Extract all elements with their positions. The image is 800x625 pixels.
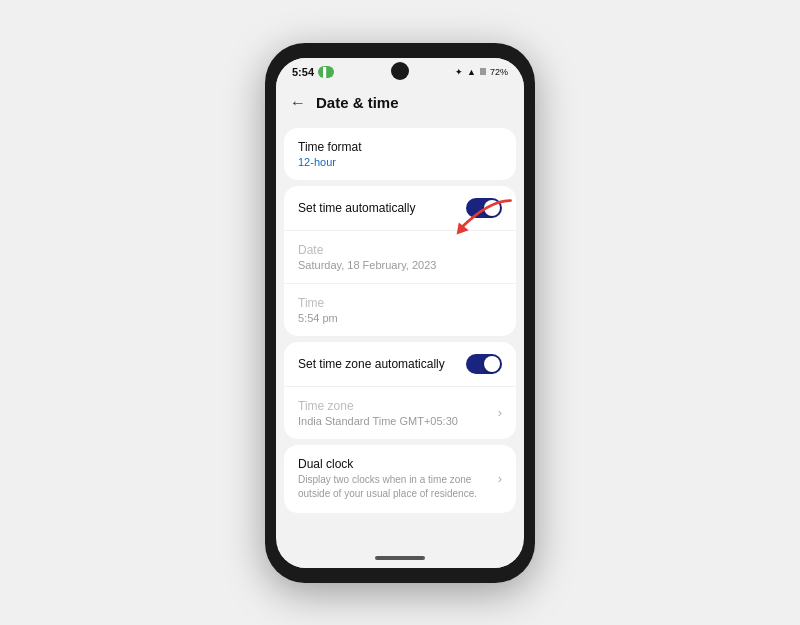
page-header: ← Date & time	[276, 86, 524, 122]
nav-bar	[276, 548, 524, 568]
dual-clock-row[interactable]: Dual clock Display two clocks when in a …	[284, 445, 516, 513]
time-format-label: Time format	[298, 140, 502, 154]
timezone-toggle-thumb	[484, 356, 500, 372]
settings-content: Time format 12-hour Set time automatical…	[276, 122, 524, 548]
set-time-auto-text: Set time automatically	[298, 201, 466, 215]
date-label: Date	[298, 243, 502, 257]
time-value: 5:54 pm	[298, 312, 502, 324]
timezone-value: India Standard Time GMT+05:30	[298, 415, 494, 427]
timezone-text: Time zone India Standard Time GMT+05:30	[298, 399, 494, 427]
card-dual-clock: Dual clock Display two clocks when in a …	[284, 445, 516, 513]
time-format-text: Time format 12-hour	[298, 140, 502, 168]
back-button[interactable]: ←	[290, 94, 306, 112]
status-bar: 5:54 ▌ ✦ ▲ lll 72%	[276, 58, 524, 86]
dual-clock-chevron-icon: ›	[498, 471, 502, 486]
phone-frame: 5:54 ▌ ✦ ▲ lll 72% ← Date & time	[265, 43, 535, 583]
set-timezone-auto-toggle[interactable]	[466, 354, 502, 374]
signal-icon: lll	[480, 67, 486, 77]
camera-cutout	[391, 62, 409, 80]
time-row: Time 5:54 pm	[284, 284, 516, 336]
page-title: Date & time	[316, 94, 399, 111]
time-text: Time 5:54 pm	[298, 296, 502, 324]
card-timezone: Set time zone automatically Time zone In…	[284, 342, 516, 439]
set-time-auto-label: Set time automatically	[298, 201, 466, 215]
battery-pill: ▌	[318, 66, 334, 78]
timezone-chevron-icon: ›	[498, 405, 502, 420]
set-timezone-auto-row[interactable]: Set time zone automatically	[284, 342, 516, 387]
dual-clock-desc: Display two clocks when in a time zone o…	[298, 473, 494, 501]
time-format-value: 12-hour	[298, 156, 502, 168]
timezone-row[interactable]: Time zone India Standard Time GMT+05:30 …	[284, 387, 516, 439]
set-time-auto-row[interactable]: Set time automatically	[284, 186, 516, 231]
date-text: Date Saturday, 18 February, 2023	[298, 243, 502, 271]
phone-screen: 5:54 ▌ ✦ ▲ lll 72% ← Date & time	[276, 58, 524, 568]
card-auto-time: Set time automatically Date Saturday, 18…	[284, 186, 516, 336]
set-time-auto-toggle[interactable]	[466, 198, 502, 218]
wifi-icon: ▲	[467, 67, 476, 77]
status-right-icons: ✦ ▲ lll 72%	[455, 67, 508, 77]
time-label: Time	[298, 296, 502, 310]
toggle-thumb	[484, 200, 500, 216]
set-timezone-auto-label: Set time zone automatically	[298, 357, 466, 371]
nav-bar-pill	[375, 556, 425, 560]
dual-clock-label: Dual clock	[298, 457, 494, 471]
battery-pill-icon: ▌	[323, 67, 329, 77]
dual-clock-text: Dual clock Display two clocks when in a …	[298, 457, 494, 501]
date-row: Date Saturday, 18 February, 2023	[284, 231, 516, 284]
battery-percent: 72%	[490, 67, 508, 77]
bluetooth-icon: ✦	[455, 67, 463, 77]
set-timezone-auto-text: Set time zone automatically	[298, 357, 466, 371]
time-format-row[interactable]: Time format 12-hour	[284, 128, 516, 180]
date-value: Saturday, 18 February, 2023	[298, 259, 502, 271]
timezone-label: Time zone	[298, 399, 494, 413]
status-time: 5:54	[292, 66, 314, 78]
card-time-format: Time format 12-hour	[284, 128, 516, 180]
